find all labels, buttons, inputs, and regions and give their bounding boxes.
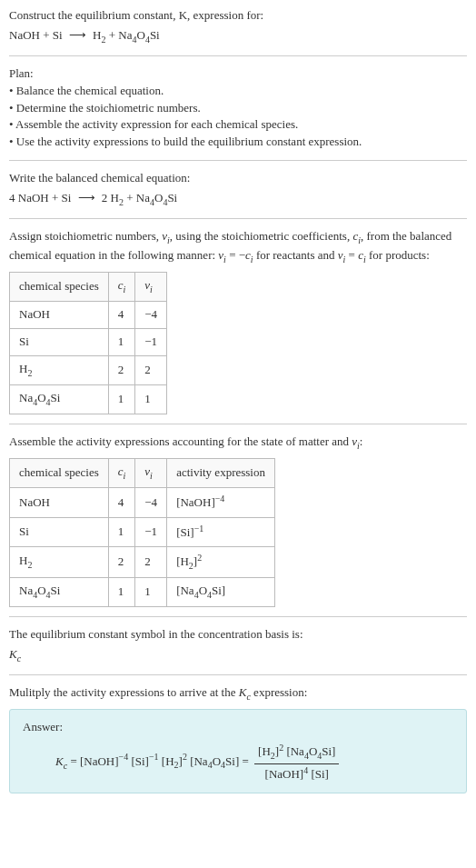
table-row: Na4O4Si 1 1 [Na4O4Si] — [10, 578, 275, 607]
prompt-heading: Construct the equilibrium constant, K, e… — [9, 7, 467, 25]
query-equation: NaOH + Si ⟶ H2 + Na4O4Si — [9, 27, 467, 46]
arrow-icon: ⟶ — [78, 190, 95, 207]
answer-equation: Kc = [NaOH]−4 [Si]−1 [H2]2 [Na4O4Si] = [… — [23, 742, 453, 783]
divider — [9, 160, 467, 161]
table-header-row: chemical species ci νi — [10, 273, 167, 302]
table-row: Na4O4Si11 — [10, 385, 167, 414]
stoich-paragraph: Assign stoichiometric numbers, νi, using… — [9, 228, 467, 266]
table-row: Si1−1 — [10, 329, 167, 356]
balanced-equation: 4 NaOH + Si ⟶ 2 H2 + Na4O4Si — [9, 190, 467, 209]
col-species: chemical species — [10, 459, 109, 488]
table-row: Si 1 −1 [Si]−1 — [10, 517, 275, 546]
plan-item: • Assemble the activity expression for e… — [9, 116, 467, 134]
divider — [9, 218, 467, 219]
kc-symbol: Kc — [9, 646, 467, 665]
divider — [9, 674, 467, 675]
col-vi: νi — [135, 273, 167, 302]
col-activity: activity expression — [167, 459, 275, 488]
divider — [9, 55, 467, 56]
table-row: H222 — [10, 356, 167, 385]
arrow-icon: ⟶ — [69, 27, 86, 45]
balanced-heading: Write the balanced chemical equation: — [9, 170, 467, 187]
plan-item: • Determine the stoichiometric numbers. — [9, 100, 467, 117]
plan-item: • Balance the chemical equation. — [9, 83, 467, 100]
table-row: H2 2 2 [H2]2 — [10, 546, 275, 577]
multiply-text: Mulitply the activity expressions to arr… — [9, 684, 467, 703]
stoich-table: chemical species ci νi NaOH4−4 Si1−1 H22… — [9, 272, 167, 414]
col-ci: ci — [108, 459, 135, 488]
table-header-row: chemical species ci νi activity expressi… — [10, 459, 275, 488]
divider — [9, 616, 467, 617]
assemble-paragraph: Assemble the activity expressions accoun… — [9, 434, 467, 453]
kc-text: The equilibrium constant symbol in the c… — [9, 626, 467, 644]
answer-box: Answer: Kc = [NaOH]−4 [Si]−1 [H2]2 [Na4O… — [9, 709, 467, 793]
table-row: NaOH4−4 — [10, 302, 167, 329]
plan-item: • Use the activity expressions to build … — [9, 134, 467, 151]
activity-table: chemical species ci νi activity expressi… — [9, 458, 275, 607]
divider — [9, 424, 467, 424]
col-species: chemical species — [10, 273, 109, 302]
table-row: NaOH 4 −4 [NaOH]−4 — [10, 488, 275, 517]
col-ci: ci — [108, 273, 135, 302]
col-vi: νi — [135, 459, 167, 488]
answer-label: Answer: — [23, 719, 453, 736]
plan-heading: Plan: — [9, 65, 467, 83]
